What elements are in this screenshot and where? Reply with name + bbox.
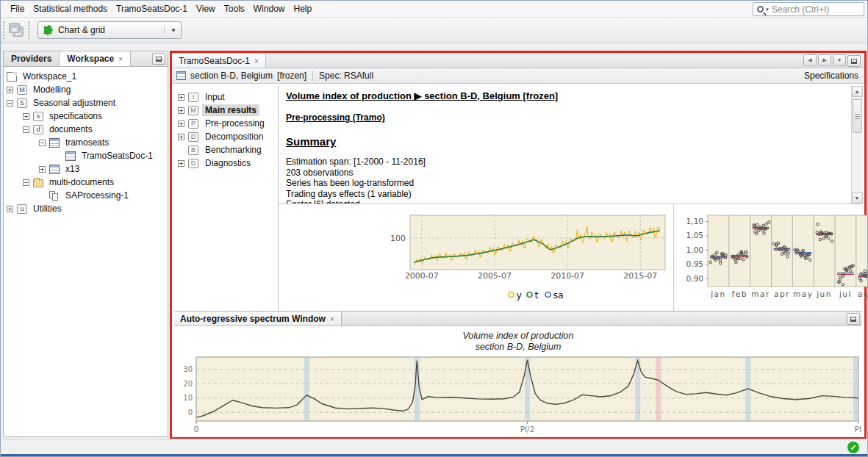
tab-providers[interactable]: Providers	[4, 51, 60, 66]
expand-icon[interactable]: +	[23, 113, 29, 120]
tree-item-tramoseatsdoc-1[interactable]: TramoSeatsDoc-1	[4, 149, 168, 162]
nav-item-benchmarking[interactable]: BBenchmarking	[174, 143, 278, 156]
combo-dropdown-icon[interactable]: ▼	[164, 27, 176, 34]
svg-text:apr: apr	[774, 289, 790, 298]
tree-item-seasonal-adjustment[interactable]: −SSeasonal adjustment	[4, 96, 168, 109]
document-area: TramoSeatsDoc-1× ◀ ▶ ▼ section B-D, Belg…	[170, 51, 867, 439]
spectrum-chart: 01020300PI/2PI	[179, 353, 862, 439]
i-letter-icon: I	[188, 93, 198, 102]
tree-item-documents[interactable]: −ddocuments	[4, 123, 168, 136]
tree-item-specifications[interactable]: +sspecifications	[4, 109, 168, 123]
expand-icon[interactable]: +	[178, 160, 184, 167]
nav-item-main-results[interactable]: +MMain results	[174, 104, 278, 117]
svg-text:0: 0	[188, 409, 193, 417]
table-icon	[65, 151, 76, 161]
search-input[interactable]: ▼ Search (Ctrl+I)	[753, 2, 864, 16]
menu-item-view[interactable]: View	[192, 1, 220, 16]
scroll-tabs-left-button[interactable]: ◀	[803, 54, 817, 66]
specifications-button[interactable]: Specifications	[804, 71, 860, 81]
b-letter-icon: B	[188, 145, 198, 155]
toolbar: Chart & grid ▼	[1, 18, 867, 43]
close-icon[interactable]: ×	[330, 315, 334, 323]
tab-spectrum-window[interactable]: Auto-regressive spectrum Window×	[174, 312, 342, 325]
menu-items: FileStatistical methodsTramoSeatsDoc-1Vi…	[6, 1, 316, 16]
spectrum-title: Volume index of production	[174, 331, 862, 342]
nav-item-diagnostics[interactable]: +DDiagnostics	[174, 156, 278, 170]
nav-item-decomposition[interactable]: +DDecomposition	[174, 130, 278, 143]
nav-item-input[interactable]: +IInput	[174, 90, 278, 104]
maximize-window-button[interactable]	[847, 55, 861, 67]
scrollbar-thumb[interactable]	[853, 99, 862, 133]
save-all-button[interactable]	[8, 22, 26, 38]
menu-item-help[interactable]: Help	[289, 1, 316, 16]
nav-item-label: Benchmarking	[202, 144, 265, 156]
tree-item-workspace-1[interactable]: Workspace_1	[4, 70, 168, 83]
tab-list-dropdown-button[interactable]: ▼	[833, 54, 846, 66]
svg-text:1,10: 1,10	[686, 217, 703, 226]
nav-item-label: Main results	[202, 104, 259, 116]
expand-icon[interactable]: +	[7, 87, 13, 93]
svg-text:t: t	[535, 289, 539, 301]
scroll-up-button[interactable]: ▲	[852, 86, 863, 97]
collapse-icon[interactable]: −	[23, 179, 29, 186]
close-icon[interactable]: ×	[254, 57, 259, 65]
summary-line: Trading days effects (1 variable)	[286, 189, 851, 200]
svg-text:0,95: 0,95	[686, 259, 703, 268]
series-chart: 2000-072005-072010-072015-07100ytsa	[383, 204, 674, 311]
scroll-tabs-right-button[interactable]: ▶	[818, 54, 831, 66]
expand-icon[interactable]: +	[7, 206, 13, 212]
svg-text:1,00: 1,00	[686, 245, 703, 254]
summary-lines: Estimation span: [1-2000 - 11-2016]203 o…	[286, 156, 851, 204]
view-mode-combobox[interactable]: Chart & grid ▼	[37, 21, 182, 39]
s-letter-icon: S	[17, 98, 27, 108]
minimize-panel-button[interactable]	[152, 53, 165, 65]
series-name: section B-D, Belgium	[190, 71, 273, 81]
tree-item-label: SAProcessing-1	[63, 190, 131, 201]
minimize-spectrum-button[interactable]	[847, 313, 860, 325]
summary-line: 203 observations	[286, 168, 851, 179]
tree-item-tramoseats[interactable]: −tramoseats	[4, 136, 168, 149]
preprocessing-link[interactable]: Pre-processing (Tramo)	[286, 112, 851, 123]
tab-tramoseatsdoc-1[interactable]: TramoSeatsDoc-1×	[172, 53, 266, 68]
tree-item-label: documents	[47, 123, 95, 135]
status-ok-icon: ✓	[847, 442, 859, 453]
results-nav-tree: +IInput+MMain results+PPre-processing+DD…	[174, 86, 279, 311]
expand-icon[interactable]: +	[178, 120, 184, 127]
d-letter-icon: D	[188, 132, 198, 142]
expand-icon[interactable]: +	[178, 94, 184, 101]
pages-icon	[49, 191, 60, 201]
collapse-icon[interactable]: −	[23, 126, 29, 133]
tree-item-label: specifications	[47, 110, 104, 122]
nav-item-label: Decomposition	[202, 131, 266, 143]
nav-item-pre-processing[interactable]: +PPre-processing	[174, 117, 278, 130]
tab-workspace[interactable]: Workspace×	[60, 51, 131, 66]
svg-text:sa: sa	[553, 289, 564, 301]
tree-item-multi-documents[interactable]: −multi-documents	[4, 176, 168, 189]
tree-item-utilities[interactable]: +uUtilities	[4, 202, 168, 215]
expand-icon[interactable]: +	[178, 107, 184, 114]
expand-icon[interactable]: +	[178, 134, 184, 140]
tree-item-modelling[interactable]: +MModelling	[4, 83, 168, 96]
svg-text:jul: jul	[839, 289, 852, 298]
menu-item-window[interactable]: Window	[249, 1, 290, 16]
menu-item-tools[interactable]: Tools	[220, 1, 249, 16]
m-letter-icon: M	[188, 106, 198, 115]
search-dropdown-icon[interactable]: ▼	[765, 7, 770, 12]
expand-icon[interactable]: +	[39, 166, 46, 173]
tree-item-x13[interactable]: +x13	[4, 162, 168, 176]
svg-text:2015-07: 2015-07	[623, 271, 657, 281]
u-letter-icon: u	[17, 204, 27, 214]
tree-item-saprocessing-1[interactable]: SAProcessing-1	[4, 189, 168, 202]
collapse-icon[interactable]: −	[7, 100, 13, 107]
collapse-icon[interactable]: −	[39, 140, 46, 146]
close-icon[interactable]: ×	[118, 55, 123, 63]
svg-text:10: 10	[183, 394, 193, 402]
tree-item-label: Workspace_1	[21, 71, 79, 82]
svg-text:1,05: 1,05	[686, 231, 703, 240]
vertical-scrollbar[interactable]: ▲ ▼	[851, 86, 862, 204]
menu-item-statistical-methods[interactable]: Statistical methods	[29, 1, 112, 16]
menu-item-tramoseatsdoc-1[interactable]: TramoSeatsDoc-1	[112, 1, 192, 16]
spectrum-window-tabbar: Auto-regressive spectrum Window×	[174, 311, 862, 326]
scroll-down-button[interactable]: ▼	[852, 192, 863, 204]
menu-item-file[interactable]: File	[6, 1, 29, 16]
